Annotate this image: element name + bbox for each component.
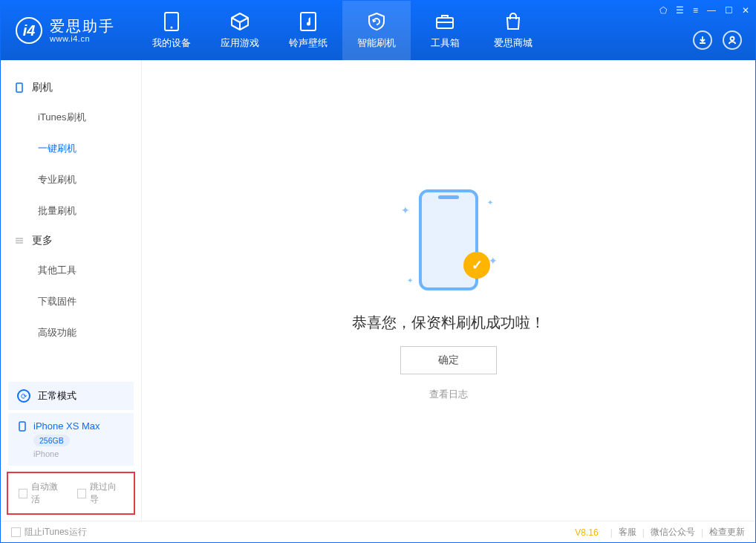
toolbox-icon: [434, 11, 455, 32]
sidebar-item-oneclick-flash[interactable]: 一键刷机: [1, 133, 141, 164]
device-mode-text: 正常模式: [38, 389, 76, 403]
sparkle-icon: ✦: [401, 204, 410, 216]
nav-toolbox[interactable]: 工具箱: [411, 1, 479, 60]
list-small-icon: [14, 235, 25, 246]
customer-service-link[interactable]: 客服: [619, 526, 636, 539]
app-header: i4 爱思助手 www.i4.cn 我的设备 应用游戏 铃声壁纸 智能刷机 工具…: [1, 1, 755, 60]
logo-area: i4 爱思助手 www.i4.cn: [1, 17, 130, 44]
nav-label: 铃声壁纸: [289, 36, 328, 50]
view-log-link[interactable]: 查看日志: [429, 388, 468, 401]
nav-my-device[interactable]: 我的设备: [137, 1, 206, 60]
svg-rect-2: [301, 13, 316, 30]
check-update-link[interactable]: 检查更新: [709, 526, 745, 539]
sidebar-group-flash: 刷机: [1, 74, 141, 102]
sidebar-item-itunes-flash[interactable]: iTunes刷机: [1, 102, 141, 133]
device-capacity: 256GB: [33, 435, 70, 446]
nav-ringtone-wallpaper[interactable]: 铃声壁纸: [274, 1, 342, 60]
nav-apps-games[interactable]: 应用游戏: [206, 1, 274, 60]
sidebar-item-batch-flash[interactable]: 批量刷机: [1, 195, 141, 227]
svg-point-5: [731, 37, 734, 41]
checkbox-block-itunes[interactable]: 阻止iTunes运行: [11, 526, 87, 539]
ok-button[interactable]: 确定: [400, 346, 497, 374]
nav-smart-flash[interactable]: 智能刷机: [342, 1, 411, 60]
cube-icon: [229, 11, 250, 32]
nav-label: 工具箱: [431, 36, 460, 50]
svg-point-1: [171, 27, 173, 29]
sidebar: 刷机 iTunes刷机 一键刷机 专业刷机 批量刷机 更多 其他工具 下载固件 …: [1, 60, 142, 521]
sparkle-icon: ✦: [487, 198, 493, 207]
checkbox-label: 自动激活: [31, 481, 65, 506]
sidebar-item-pro-flash[interactable]: 专业刷机: [1, 164, 141, 195]
group-title-text: 更多: [32, 234, 53, 247]
svg-rect-6: [16, 83, 22, 92]
wechat-link[interactable]: 微信公众号: [651, 526, 695, 539]
sidebar-item-other-tools[interactable]: 其他工具: [1, 255, 141, 286]
music-file-icon: [298, 11, 319, 32]
main-content: ✦ ✦ ✦ ✦ ✓ 恭喜您，保资料刷机成功啦！ 确定 查看日志: [142, 60, 755, 521]
flash-options-row: 自动激活 跳过向导: [7, 472, 135, 515]
mode-icon: ⟳: [17, 389, 30, 403]
header-right-icons: [693, 30, 742, 50]
device-info-block[interactable]: iPhone XS Max 256GB iPhone: [8, 413, 134, 466]
sidebar-item-advanced[interactable]: 高级功能: [1, 317, 141, 348]
download-icon[interactable]: [693, 30, 712, 50]
checkbox-label: 阻止iTunes运行: [25, 526, 87, 539]
group-title-text: 刷机: [32, 81, 53, 94]
success-illustration: ✦ ✦ ✦ ✦ ✓: [397, 181, 501, 299]
menu-icon[interactable]: ≡: [693, 5, 698, 16]
logo-icon: i4: [16, 17, 42, 44]
sidebar-group-more: 更多: [1, 227, 141, 255]
success-message: 恭喜您，保资料刷机成功啦！: [352, 313, 545, 333]
svg-rect-10: [19, 422, 25, 431]
sidebar-item-download-firmware[interactable]: 下载固件: [1, 286, 141, 317]
top-nav: 我的设备 应用游戏 铃声壁纸 智能刷机 工具箱 爱思商城: [137, 1, 547, 60]
version-text: V8.16: [575, 527, 598, 538]
nav-store[interactable]: 爱思商城: [479, 1, 547, 60]
nav-label: 爱思商城: [494, 36, 532, 50]
shield-refresh-icon: [366, 11, 387, 32]
device-mode-block[interactable]: ⟳ 正常模式: [8, 382, 134, 410]
sparkle-icon: ✦: [407, 276, 413, 284]
nav-label: 智能刷机: [357, 36, 396, 50]
check-badge-icon: ✓: [463, 252, 490, 279]
device-type: iPhone: [33, 449, 59, 458]
bag-icon: [503, 11, 524, 32]
phone-tiny-icon: [17, 421, 27, 432]
checkbox-label: 跳过向导: [90, 481, 123, 506]
app-url: www.i4.cn: [50, 34, 115, 43]
maximize-button[interactable]: ☐: [725, 5, 733, 16]
phone-small-icon: [14, 82, 25, 93]
device-icon: [161, 11, 182, 32]
checkbox-auto-activate[interactable]: 自动激活: [19, 481, 65, 506]
minimize-button[interactable]: —: [707, 5, 716, 16]
nav-label: 应用游戏: [221, 36, 259, 50]
nav-label: 我的设备: [152, 36, 191, 50]
app-name: 爱思助手: [50, 18, 115, 34]
checkbox-skip-guide[interactable]: 跳过向导: [77, 481, 124, 506]
device-name-text: iPhone XS Max: [33, 420, 100, 432]
window-controls-top: ⬠ ☰ ≡ — ☐ ✕: [659, 5, 749, 16]
close-button[interactable]: ✕: [742, 5, 749, 16]
tshirt-icon[interactable]: ⬠: [659, 5, 667, 16]
footer: 阻止iTunes运行 V8.16 | 客服 | 微信公众号 | 检查更新: [1, 521, 755, 543]
list-icon[interactable]: ☰: [676, 5, 684, 16]
user-icon[interactable]: [723, 30, 742, 50]
